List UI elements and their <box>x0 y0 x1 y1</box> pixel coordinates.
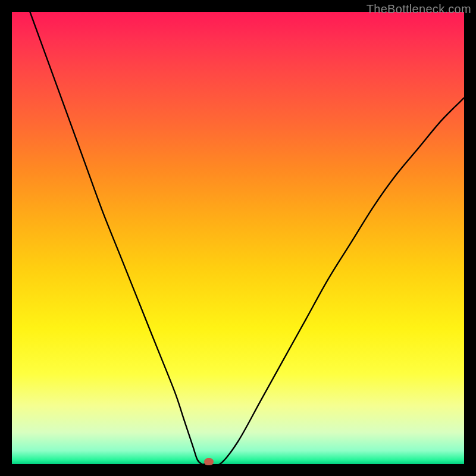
optimal-point-marker <box>204 458 214 465</box>
plot-area <box>12 12 464 464</box>
curve-svg <box>12 12 464 464</box>
chart-container: TheBottleneck.com <box>0 0 476 476</box>
bottleneck-curve <box>30 12 464 466</box>
watermark: TheBottleneck.com <box>367 2 471 16</box>
